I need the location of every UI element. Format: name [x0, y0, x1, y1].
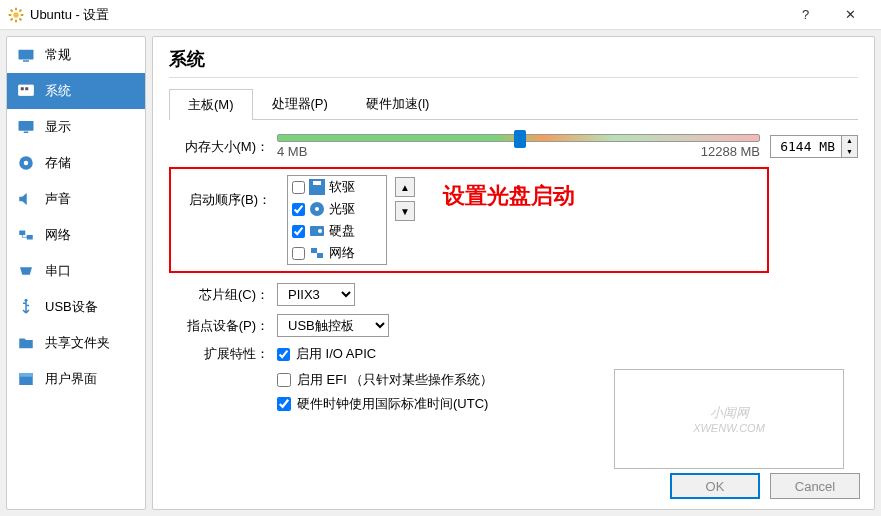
boot-item-network[interactable]: 网络 — [288, 242, 386, 264]
efi-checkbox[interactable] — [277, 373, 291, 387]
optical-icon — [309, 201, 325, 217]
help-button[interactable]: ? — [783, 0, 828, 30]
page-title: 系统 — [169, 47, 858, 71]
slider-thumb[interactable] — [514, 130, 526, 148]
annotation-text: 设置光盘启动 — [443, 181, 575, 211]
memory-slider[interactable] — [277, 134, 760, 142]
svg-line-7 — [11, 18, 13, 20]
svg-point-28 — [318, 229, 322, 233]
svg-line-8 — [19, 9, 21, 11]
main-panel: 系统 主板(M) 处理器(P) 硬件加速(l) 内存大小(M)： 4 MB122… — [152, 36, 875, 510]
window-title: Ubuntu - 设置 — [30, 6, 783, 24]
sidebar-item-usb[interactable]: USB设备 — [7, 289, 145, 325]
svg-rect-12 — [21, 87, 24, 90]
spin-up-icon[interactable]: ▲ — [842, 136, 857, 147]
svg-rect-10 — [23, 60, 29, 62]
tabs: 主板(M) 处理器(P) 硬件加速(l) — [169, 88, 858, 120]
svg-line-6 — [19, 18, 21, 20]
svg-point-26 — [315, 207, 319, 211]
gear-icon — [8, 7, 24, 23]
memory-label: 内存大小(M)： — [169, 138, 269, 156]
boot-item-floppy[interactable]: 软驱 — [288, 176, 386, 198]
title-bar: Ubuntu - 设置 ? ✕ — [0, 0, 881, 30]
pointing-select[interactable]: USB触控板 — [277, 314, 389, 337]
svg-line-5 — [11, 9, 13, 11]
chipset-select[interactable]: PIIX3 — [277, 283, 355, 306]
disk-icon — [309, 223, 325, 239]
sidebar-item-serial[interactable]: 串口 — [7, 253, 145, 289]
svg-point-20 — [25, 299, 28, 302]
memory-row: 内存大小(M)： 4 MB12288 MB ▲▼ — [169, 134, 858, 159]
sidebar-item-system[interactable]: 系统 — [7, 73, 145, 109]
svg-rect-15 — [24, 132, 29, 134]
close-button[interactable]: ✕ — [828, 0, 873, 30]
tab-motherboard[interactable]: 主板(M) — [169, 89, 253, 120]
sidebar-item-ui[interactable]: 用户界面 — [7, 361, 145, 397]
chipset-label: 芯片组(C)： — [169, 286, 269, 304]
sidebar-item-shared[interactable]: 共享文件夹 — [7, 325, 145, 361]
boot-label: 启动顺序(B)： — [171, 191, 271, 209]
extended-label: 扩展特性： — [169, 345, 269, 363]
svg-point-17 — [24, 161, 29, 166]
boot-move-up-button[interactable]: ▲ — [395, 177, 415, 197]
memory-input[interactable] — [771, 136, 841, 157]
ok-button[interactable]: OK — [670, 473, 760, 499]
svg-rect-30 — [317, 253, 323, 258]
tab-processor[interactable]: 处理器(P) — [253, 88, 347, 119]
boot-order-list: 软驱 光驱 硬盘 网络 — [287, 175, 387, 265]
ioapic-checkbox[interactable] — [277, 348, 290, 361]
sidebar-item-general[interactable]: 常规 — [7, 37, 145, 73]
boot-move-down-button[interactable]: ▼ — [395, 201, 415, 221]
network-icon — [309, 245, 325, 261]
sidebar: 常规 系统 显示 存储 声音 网络 串口 USB设备 共享文件夹 用户界面 — [6, 36, 146, 510]
sidebar-item-network[interactable]: 网络 — [7, 217, 145, 253]
floppy-icon — [309, 179, 325, 195]
cancel-button[interactable]: Cancel — [770, 473, 860, 499]
svg-rect-9 — [19, 50, 34, 60]
svg-rect-14 — [19, 121, 34, 131]
svg-rect-18 — [19, 231, 25, 236]
svg-rect-29 — [311, 248, 317, 253]
tab-accel[interactable]: 硬件加速(l) — [347, 88, 449, 119]
pointing-label: 指点设备(P)： — [169, 317, 269, 335]
memory-spinbox[interactable]: ▲▼ — [770, 135, 858, 158]
utc-checkbox[interactable] — [277, 397, 291, 411]
sidebar-item-audio[interactable]: 声音 — [7, 181, 145, 217]
svg-point-0 — [13, 12, 18, 17]
svg-rect-13 — [25, 87, 28, 90]
sidebar-item-storage[interactable]: 存储 — [7, 145, 145, 181]
boot-item-optical[interactable]: 光驱 — [288, 198, 386, 220]
svg-rect-22 — [19, 373, 33, 377]
svg-rect-24 — [313, 181, 321, 185]
spin-down-icon[interactable]: ▼ — [842, 147, 857, 158]
sidebar-item-display[interactable]: 显示 — [7, 109, 145, 145]
boot-item-disk[interactable]: 硬盘 — [288, 220, 386, 242]
